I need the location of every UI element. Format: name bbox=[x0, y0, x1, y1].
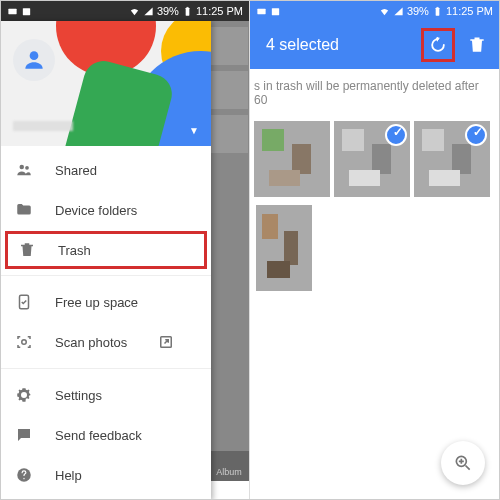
selection-count: 4 selected bbox=[262, 36, 421, 54]
selection-toolbar: 4 selected bbox=[250, 21, 499, 69]
zoom-fab[interactable] bbox=[441, 441, 485, 485]
photo-grid bbox=[250, 117, 499, 295]
delete-icon[interactable] bbox=[467, 35, 487, 55]
restore-highlight bbox=[421, 28, 455, 62]
svg-rect-14 bbox=[436, 6, 438, 7]
drawer-item-label: Shared bbox=[55, 163, 97, 178]
svg-rect-0 bbox=[8, 8, 16, 14]
chevron-down-icon[interactable]: ▼ bbox=[189, 125, 199, 136]
svg-rect-13 bbox=[436, 7, 440, 15]
svg-rect-3 bbox=[186, 6, 188, 7]
restore-icon[interactable] bbox=[428, 35, 448, 55]
trash-info-text: s in trash will be permanently deleted a… bbox=[250, 69, 499, 117]
clock: 11:25 PM bbox=[196, 5, 243, 17]
svg-point-8 bbox=[22, 340, 27, 345]
wifi-icon bbox=[129, 6, 140, 17]
drawer-item-label: Help bbox=[55, 468, 82, 483]
clock: 11:25 PM bbox=[446, 5, 493, 17]
people-icon bbox=[15, 161, 33, 179]
signal-icon bbox=[393, 6, 404, 17]
calendar-icon bbox=[270, 6, 281, 17]
svg-point-6 bbox=[25, 166, 29, 170]
drawer-item-label: Free up space bbox=[55, 295, 138, 310]
svg-rect-11 bbox=[257, 8, 265, 14]
navigation-drawer: ▼ Shared Device folders Trash bbox=[1, 21, 211, 499]
account-name bbox=[13, 121, 73, 131]
drawer-item-device-folders[interactable]: Device folders bbox=[1, 190, 211, 230]
zoom-icon bbox=[453, 453, 473, 473]
drawer-item-label: Scan photos bbox=[55, 335, 127, 350]
photo-thumbnail[interactable] bbox=[254, 121, 330, 197]
battery-level: 39% bbox=[407, 5, 429, 17]
folder-icon bbox=[15, 201, 33, 219]
battery-level: 39% bbox=[157, 5, 179, 17]
help-icon bbox=[15, 466, 33, 484]
status-bar: 39% 11:25 PM bbox=[1, 1, 249, 21]
svg-point-4 bbox=[30, 51, 39, 60]
drawer-menu: Shared Device folders Trash Free up spac… bbox=[1, 146, 211, 499]
signal-icon bbox=[143, 6, 154, 17]
wifi-icon bbox=[379, 6, 390, 17]
drawer-item-label: Device folders bbox=[55, 203, 137, 218]
svg-rect-12 bbox=[272, 8, 279, 15]
drawer-item-free-up-space[interactable]: Free up space bbox=[1, 282, 211, 322]
calendar-icon bbox=[21, 6, 32, 17]
gear-icon bbox=[15, 386, 33, 404]
drawer-item-send-feedback[interactable]: Send feedback bbox=[1, 415, 211, 455]
drawer-item-scan-photos[interactable]: Scan photos bbox=[1, 322, 211, 362]
photo-thumbnail-selected[interactable] bbox=[334, 121, 410, 197]
battery-icon bbox=[432, 6, 443, 17]
drawer-item-help[interactable]: Help bbox=[1, 455, 211, 495]
svg-rect-2 bbox=[186, 7, 190, 15]
feedback-icon bbox=[15, 426, 33, 444]
drawer-item-label: Trash bbox=[58, 243, 91, 258]
avatar[interactable] bbox=[13, 39, 55, 81]
phone-check-icon bbox=[15, 293, 33, 311]
drawer-item-trash[interactable]: Trash bbox=[5, 231, 207, 269]
photo-thumbnail-selected[interactable] bbox=[414, 121, 490, 197]
mail-icon bbox=[7, 6, 18, 17]
phone-right-trash: 39% 11:25 PM 4 selected s in trash will … bbox=[250, 1, 499, 499]
photo-thumbnail[interactable] bbox=[256, 205, 312, 291]
svg-point-5 bbox=[20, 165, 25, 170]
mail-icon bbox=[256, 6, 267, 17]
phone-left-drawer: 39% 11:25 PM Album bbox=[1, 1, 250, 499]
battery-icon bbox=[182, 6, 193, 17]
tab-albums: Album bbox=[209, 451, 249, 481]
drawer-header[interactable]: ▼ bbox=[1, 21, 211, 146]
drawer-item-settings[interactable]: Settings bbox=[1, 375, 211, 415]
drawer-item-label: Send feedback bbox=[55, 428, 142, 443]
svg-rect-1 bbox=[23, 8, 30, 15]
external-icon bbox=[157, 333, 175, 351]
scan-icon bbox=[15, 333, 33, 351]
drawer-item-label: Settings bbox=[55, 388, 102, 403]
status-bar: 39% 11:25 PM bbox=[250, 1, 499, 21]
trash-icon bbox=[18, 241, 36, 259]
background-content: Album bbox=[209, 21, 249, 481]
drawer-item-shared[interactable]: Shared bbox=[1, 150, 211, 190]
